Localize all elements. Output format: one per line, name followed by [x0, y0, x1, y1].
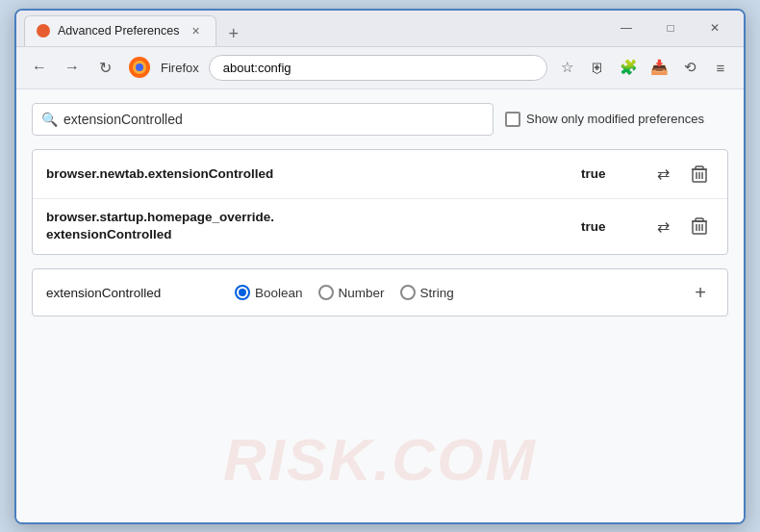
- downloads-icon[interactable]: 📥: [646, 54, 672, 81]
- new-preference-name: extensionControlled: [46, 286, 219, 300]
- title-bar: Advanced Preferences × + — □ ✕: [16, 11, 744, 47]
- minimize-button[interactable]: —: [605, 13, 647, 42]
- toggle-button[interactable]: ⇄: [648, 160, 677, 189]
- maximize-button[interactable]: □: [649, 13, 692, 42]
- show-modified-text: Show only modified preferences: [526, 112, 704, 126]
- forward-button[interactable]: →: [59, 54, 86, 81]
- preference-value: true: [581, 219, 620, 234]
- show-modified-label[interactable]: Show only modified preferences: [505, 112, 704, 127]
- delete-button[interactable]: [685, 160, 714, 189]
- search-icon: 🔍: [41, 112, 58, 127]
- menu-icon[interactable]: ≡: [707, 54, 734, 81]
- window-controls: — □ ✕: [605, 13, 736, 42]
- radio-circle-string: [400, 285, 416, 300]
- add-preference-button[interactable]: +: [687, 279, 714, 306]
- preference-name: browser.newtab.extensionControlled: [46, 166, 581, 181]
- radio-circle-boolean: [235, 285, 250, 300]
- watermark: RISK.COM: [223, 425, 537, 494]
- browser-content: RISK.COM 🔍 Show only modified preference…: [16, 89, 744, 522]
- preference-actions: ⇄: [648, 160, 714, 189]
- search-row: 🔍 Show only modified preferences: [32, 103, 728, 136]
- navigation-bar: ← → ↻ Firefox about:config ☆ ⛨ 🧩 📥 ⟲ ≡: [16, 47, 744, 89]
- radio-label-string: String: [420, 286, 454, 300]
- tab-favicon-icon: [37, 24, 50, 38]
- radio-label-number: Number: [339, 286, 385, 300]
- extensions-icon[interactable]: 🧩: [615, 54, 642, 81]
- bookmark-icon[interactable]: ☆: [553, 54, 580, 81]
- tab-title: Advanced Preferences: [58, 24, 179, 38]
- show-modified-checkbox[interactable]: [505, 112, 520, 127]
- preference-value: true: [581, 166, 620, 181]
- trash-icon: [692, 165, 707, 183]
- toggle-button[interactable]: ⇄: [648, 212, 677, 241]
- pocket-icon[interactable]: ⛨: [584, 54, 611, 81]
- close-button[interactable]: ✕: [694, 13, 736, 42]
- trash-icon: [692, 217, 707, 235]
- preferences-table: browser.newtab.extensionControlled true …: [32, 149, 728, 256]
- preference-actions: ⇄: [648, 212, 714, 241]
- new-preference-row: extensionControlled Boolean Number Strin…: [32, 268, 728, 317]
- type-radio-group: Boolean Number String: [235, 285, 454, 300]
- search-wrapper: 🔍: [32, 103, 494, 136]
- delete-button[interactable]: [685, 212, 714, 241]
- url-bar[interactable]: about:config: [209, 55, 547, 81]
- preference-search-input[interactable]: [32, 103, 494, 136]
- nav-icons-right: ☆ ⛨ 🧩 📥 ⟲ ≡: [553, 54, 734, 81]
- browser-window: Advanced Preferences × + — □ ✕ ← → ↻ Fir…: [14, 9, 746, 524]
- radio-number[interactable]: Number: [318, 285, 385, 300]
- preference-row: browser.startup.homepage_override. exten…: [33, 199, 727, 255]
- radio-boolean[interactable]: Boolean: [235, 285, 303, 300]
- svg-point-2: [136, 63, 143, 71]
- preference-row: browser.newtab.extensionControlled true …: [33, 150, 727, 199]
- url-text: about:config: [223, 61, 291, 75]
- active-tab[interactable]: Advanced Preferences ×: [24, 15, 216, 46]
- radio-string[interactable]: String: [400, 285, 454, 300]
- tab-close-button[interactable]: ×: [187, 22, 204, 39]
- preference-name: browser.startup.homepage_override. exten…: [46, 209, 581, 245]
- new-tab-button[interactable]: +: [222, 22, 244, 46]
- radio-label-boolean: Boolean: [255, 286, 303, 300]
- back-button[interactable]: ←: [26, 54, 53, 81]
- reload-button[interactable]: ↻: [91, 54, 118, 81]
- radio-circle-number: [318, 285, 334, 300]
- firefox-logo-icon: [128, 56, 151, 79]
- firefox-brand-name: Firefox: [161, 61, 199, 75]
- sync-icon[interactable]: ⟲: [676, 54, 703, 81]
- tab-area: Advanced Preferences × +: [24, 11, 605, 46]
